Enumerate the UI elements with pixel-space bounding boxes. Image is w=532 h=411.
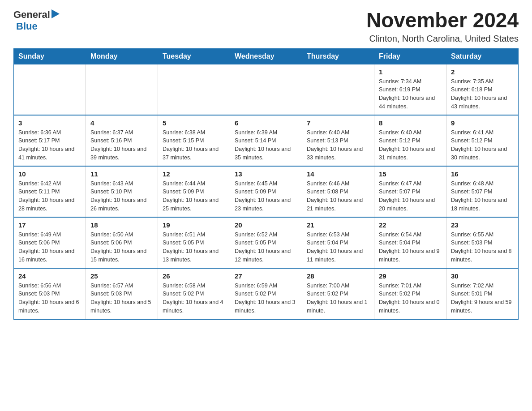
logo: General Blue (13, 9, 60, 32)
calendar-cell-w2-d1: 3Sunrise: 6:36 AM Sunset: 5:17 PM Daylig… (14, 115, 86, 166)
calendar-cell-w3-d4: 13Sunrise: 6:45 AM Sunset: 5:09 PM Dayli… (230, 166, 302, 217)
calendar-cell-w5-d1: 24Sunrise: 6:56 AM Sunset: 5:03 PM Dayli… (14, 268, 86, 319)
calendar-cell-w5-d2: 25Sunrise: 6:57 AM Sunset: 5:03 PM Dayli… (86, 268, 158, 319)
day-info: Sunrise: 6:40 AM Sunset: 5:13 PM Dayligh… (307, 128, 369, 162)
calendar-cell-w2-d2: 4Sunrise: 6:37 AM Sunset: 5:16 PM Daylig… (86, 115, 158, 166)
day-number: 21 (307, 221, 369, 229)
month-title: November 2024 (366, 9, 519, 32)
day-info: Sunrise: 6:37 AM Sunset: 5:16 PM Dayligh… (90, 128, 153, 162)
day-info: Sunrise: 6:39 AM Sunset: 5:14 PM Dayligh… (235, 128, 297, 162)
day-number: 23 (451, 221, 514, 229)
calendar-week-3: 10Sunrise: 6:42 AM Sunset: 5:11 PM Dayli… (14, 166, 519, 217)
calendar-cell-w2-d7: 9Sunrise: 6:41 AM Sunset: 5:12 PM Daylig… (446, 115, 519, 166)
day-number: 20 (235, 221, 297, 229)
day-info: Sunrise: 6:57 AM Sunset: 5:03 PM Dayligh… (90, 282, 153, 315)
day-number: 16 (451, 170, 514, 178)
logo-blue-text: Blue (16, 21, 38, 32)
calendar-cell-w4-d2: 18Sunrise: 6:50 AM Sunset: 5:06 PM Dayli… (86, 217, 158, 268)
day-number: 15 (379, 170, 442, 178)
day-number: 9 (451, 119, 514, 127)
day-info: Sunrise: 6:47 AM Sunset: 5:07 PM Dayligh… (379, 180, 442, 213)
day-info: Sunrise: 6:56 AM Sunset: 5:03 PM Dayligh… (18, 282, 81, 315)
day-info: Sunrise: 7:00 AM Sunset: 5:02 PM Dayligh… (307, 282, 369, 315)
calendar-cell-w1-d5 (302, 64, 374, 115)
day-info: Sunrise: 6:58 AM Sunset: 5:02 PM Dayligh… (163, 282, 225, 315)
day-number: 29 (379, 272, 442, 280)
calendar-cell-w1-d1 (14, 64, 86, 115)
day-info: Sunrise: 6:41 AM Sunset: 5:12 PM Dayligh… (451, 128, 514, 162)
day-number: 7 (307, 119, 369, 127)
day-number: 11 (90, 170, 153, 178)
day-number: 12 (163, 170, 225, 178)
header-monday: Monday (86, 48, 158, 64)
header-wednesday: Wednesday (230, 48, 302, 64)
calendar-cell-w2-d4: 6Sunrise: 6:39 AM Sunset: 5:14 PM Daylig… (230, 115, 302, 166)
calendar-cell-w5-d5: 28Sunrise: 7:00 AM Sunset: 5:02 PM Dayli… (302, 268, 374, 319)
calendar-cell-w1-d3 (158, 64, 230, 115)
day-number: 8 (379, 119, 442, 127)
location-subtitle: Clinton, North Carolina, United States (366, 34, 519, 44)
day-info: Sunrise: 7:02 AM Sunset: 5:01 PM Dayligh… (451, 282, 514, 315)
day-info: Sunrise: 6:42 AM Sunset: 5:11 PM Dayligh… (18, 180, 81, 213)
header-thursday: Thursday (302, 48, 374, 64)
day-info: Sunrise: 6:59 AM Sunset: 5:02 PM Dayligh… (235, 282, 297, 315)
calendar-cell-w2-d5: 7Sunrise: 6:40 AM Sunset: 5:13 PM Daylig… (302, 115, 374, 166)
day-number: 13 (235, 170, 297, 178)
day-info: Sunrise: 6:38 AM Sunset: 5:15 PM Dayligh… (163, 128, 225, 162)
calendar-cell-w2-d3: 5Sunrise: 6:38 AM Sunset: 5:15 PM Daylig… (158, 115, 230, 166)
calendar-cell-w3-d1: 10Sunrise: 6:42 AM Sunset: 5:11 PM Dayli… (14, 166, 86, 217)
day-info: Sunrise: 6:36 AM Sunset: 5:17 PM Dayligh… (18, 128, 81, 162)
calendar-header-row: Sunday Monday Tuesday Wednesday Thursday… (14, 48, 519, 64)
day-info: Sunrise: 6:51 AM Sunset: 5:05 PM Dayligh… (163, 231, 225, 264)
day-number: 14 (307, 170, 369, 178)
day-info: Sunrise: 6:43 AM Sunset: 5:10 PM Dayligh… (90, 180, 153, 213)
calendar-week-5: 24Sunrise: 6:56 AM Sunset: 5:03 PM Dayli… (14, 268, 519, 319)
day-info: Sunrise: 6:44 AM Sunset: 5:09 PM Dayligh… (163, 180, 225, 213)
day-info: Sunrise: 6:49 AM Sunset: 5:06 PM Dayligh… (18, 231, 81, 264)
day-number: 19 (163, 221, 225, 229)
calendar-week-4: 17Sunrise: 6:49 AM Sunset: 5:06 PM Dayli… (14, 217, 519, 268)
day-info: Sunrise: 7:01 AM Sunset: 5:02 PM Dayligh… (379, 282, 442, 315)
day-info: Sunrise: 6:45 AM Sunset: 5:09 PM Dayligh… (235, 180, 297, 213)
day-number: 1 (379, 68, 442, 76)
calendar-cell-w5-d3: 26Sunrise: 6:58 AM Sunset: 5:02 PM Dayli… (158, 268, 230, 319)
page-header: General Blue November 2024 Clinton, Nort… (13, 9, 519, 44)
day-info: Sunrise: 7:35 AM Sunset: 6:18 PM Dayligh… (451, 77, 514, 111)
day-number: 6 (235, 119, 297, 127)
day-number: 22 (379, 221, 442, 229)
day-number: 5 (163, 119, 225, 127)
calendar-cell-w4-d5: 21Sunrise: 6:53 AM Sunset: 5:04 PM Dayli… (302, 217, 374, 268)
day-number: 28 (307, 272, 369, 280)
header-sunday: Sunday (14, 48, 86, 64)
header-saturday: Saturday (446, 48, 519, 64)
day-info: Sunrise: 6:50 AM Sunset: 5:06 PM Dayligh… (90, 231, 153, 264)
day-number: 30 (451, 272, 514, 280)
calendar-cell-w1-d6: 1Sunrise: 7:34 AM Sunset: 6:19 PM Daylig… (374, 64, 446, 115)
day-info: Sunrise: 6:48 AM Sunset: 5:07 PM Dayligh… (451, 180, 514, 213)
day-number: 4 (90, 119, 153, 127)
calendar-cell-w4-d4: 20Sunrise: 6:52 AM Sunset: 5:05 PM Dayli… (230, 217, 302, 268)
calendar-cell-w1-d2 (86, 64, 158, 115)
day-number: 10 (18, 170, 81, 178)
calendar-cell-w4-d6: 22Sunrise: 6:54 AM Sunset: 5:04 PM Dayli… (374, 217, 446, 268)
header-tuesday: Tuesday (158, 48, 230, 64)
calendar-cell-w3-d5: 14Sunrise: 6:46 AM Sunset: 5:08 PM Dayli… (302, 166, 374, 217)
calendar-cell-w5-d7: 30Sunrise: 7:02 AM Sunset: 5:01 PM Dayli… (446, 268, 519, 319)
day-info: Sunrise: 6:53 AM Sunset: 5:04 PM Dayligh… (307, 231, 369, 264)
logo-arrow-icon (51, 9, 60, 18)
day-number: 17 (18, 221, 81, 229)
calendar-cell-w5-d6: 29Sunrise: 7:01 AM Sunset: 5:02 PM Dayli… (374, 268, 446, 319)
header-friday: Friday (374, 48, 446, 64)
day-info: Sunrise: 7:34 AM Sunset: 6:19 PM Dayligh… (379, 77, 442, 111)
day-number: 18 (90, 221, 153, 229)
calendar-table: Sunday Monday Tuesday Wednesday Thursday… (13, 48, 519, 320)
calendar-week-2: 3Sunrise: 6:36 AM Sunset: 5:17 PM Daylig… (14, 115, 519, 166)
logo-general-text: General (13, 9, 50, 21)
day-info: Sunrise: 6:55 AM Sunset: 5:03 PM Dayligh… (451, 231, 514, 264)
calendar-cell-w4-d1: 17Sunrise: 6:49 AM Sunset: 5:06 PM Dayli… (14, 217, 86, 268)
calendar-cell-w2-d6: 8Sunrise: 6:40 AM Sunset: 5:12 PM Daylig… (374, 115, 446, 166)
calendar-cell-w3-d7: 16Sunrise: 6:48 AM Sunset: 5:07 PM Dayli… (446, 166, 519, 217)
day-number: 25 (90, 272, 153, 280)
calendar-cell-w4-d7: 23Sunrise: 6:55 AM Sunset: 5:03 PM Dayli… (446, 217, 519, 268)
calendar-cell-w1-d4 (230, 64, 302, 115)
